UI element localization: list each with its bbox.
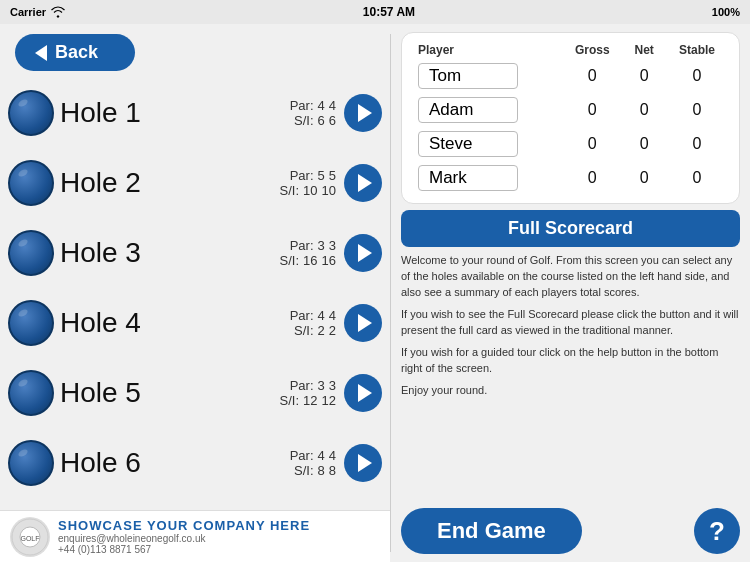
scorecard-table: Player Gross Net Stable Tom 0 0 0 Adam 0…: [412, 41, 729, 195]
status-left: Carrier: [10, 6, 66, 18]
stable-score: 0: [665, 93, 729, 127]
col-stable: Stable: [665, 41, 729, 59]
footer-logo: GOLF: [10, 517, 50, 557]
hole-info: Par: 4 4 S/I: 2 2: [256, 308, 336, 338]
play-arrow-icon: [358, 104, 372, 122]
stable-score: 0: [665, 59, 729, 93]
hole-row: Hole 2 Par: 5 5 S/I: 10 10: [8, 149, 382, 217]
par-label: Par:: [290, 448, 314, 463]
si-val1: 10: [303, 183, 317, 198]
end-game-button[interactable]: End Game: [401, 508, 582, 554]
golf-ball-icon: [8, 370, 54, 416]
back-button[interactable]: Back: [15, 34, 135, 71]
full-scorecard-button[interactable]: Full Scorecard: [401, 210, 740, 247]
si-val1: 8: [318, 463, 325, 478]
hole-info: Par: 4 4 S/I: 6 6: [256, 98, 336, 128]
si-val2: 16: [322, 253, 336, 268]
player-name: Tom: [418, 63, 518, 89]
stable-score: 0: [665, 161, 729, 195]
si-val2: 6: [329, 113, 336, 128]
player-name-cell: Mark: [412, 161, 561, 195]
status-time: 10:57 AM: [363, 5, 415, 19]
table-row: Mark 0 0 0: [412, 161, 729, 195]
si-val1: 12: [303, 393, 317, 408]
stable-score: 0: [665, 127, 729, 161]
si-val2: 12: [322, 393, 336, 408]
hole-name: Hole 1: [60, 97, 256, 129]
hole-info: Par: 3 3 S/I: 16 16: [256, 238, 336, 268]
par-label: Par:: [290, 378, 314, 393]
si-row: S/I: 10 10: [280, 183, 336, 198]
par-val1: 4: [318, 448, 325, 463]
gross-score: 0: [561, 93, 623, 127]
hole-play-button[interactable]: [344, 444, 382, 482]
hole-row: Hole 5 Par: 3 3 S/I: 12 12: [8, 359, 382, 427]
desc-p3: If you wish for a guided tour click on t…: [401, 345, 740, 377]
table-row: Steve 0 0 0: [412, 127, 729, 161]
golf-ball-icon: [8, 440, 54, 486]
footer-phone: +44 (0)113 8871 567: [58, 544, 310, 555]
help-button[interactable]: ?: [694, 508, 740, 554]
wifi-icon: [50, 6, 66, 18]
hole-play-button[interactable]: [344, 304, 382, 342]
table-row: Adam 0 0 0: [412, 93, 729, 127]
si-val2: 2: [329, 323, 336, 338]
hole-play-button[interactable]: [344, 164, 382, 202]
holes-list: Hole 1 Par: 4 4 S/I: 6 6 Hole 2: [0, 79, 390, 562]
hole-play-button[interactable]: [344, 234, 382, 272]
si-val2: 10: [322, 183, 336, 198]
golf-ball-icon: [8, 90, 54, 136]
scorecard-box: Player Gross Net Stable Tom 0 0 0 Adam 0…: [401, 32, 740, 204]
net-score: 0: [623, 59, 665, 93]
par-row: Par: 4 4: [290, 308, 336, 323]
si-label: S/I:: [294, 323, 314, 338]
hole-info: Par: 5 5 S/I: 10 10: [256, 168, 336, 198]
hole-row: Hole 3 Par: 3 3 S/I: 16 16: [8, 219, 382, 287]
play-arrow-icon: [358, 314, 372, 332]
par-val1: 4: [318, 98, 325, 113]
hole-play-button[interactable]: [344, 374, 382, 412]
par-row: Par: 4 4: [290, 98, 336, 113]
player-name: Mark: [418, 165, 518, 191]
par-row: Par: 5 5: [290, 168, 336, 183]
left-panel: Back Hole 1 Par: 4 4 S/I: 6 6: [0, 24, 390, 562]
par-label: Par:: [290, 98, 314, 113]
par-val2: 3: [329, 238, 336, 253]
net-score: 0: [623, 93, 665, 127]
hole-row: Hole 6 Par: 4 4 S/I: 8 8: [8, 429, 382, 497]
table-row: Tom 0 0 0: [412, 59, 729, 93]
player-name-cell: Adam: [412, 93, 561, 127]
par-label: Par:: [290, 308, 314, 323]
si-label: S/I:: [280, 393, 300, 408]
si-val1: 16: [303, 253, 317, 268]
play-arrow-icon: [358, 454, 372, 472]
net-score: 0: [623, 161, 665, 195]
battery-label: 100%: [712, 6, 740, 18]
col-gross: Gross: [561, 41, 623, 59]
col-net: Net: [623, 41, 665, 59]
net-score: 0: [623, 127, 665, 161]
par-val2: 4: [329, 98, 336, 113]
footer-title: SHOWCASE YOUR COMPANY HERE: [58, 518, 310, 533]
player-name: Steve: [418, 131, 518, 157]
si-row: S/I: 12 12: [280, 393, 336, 408]
si-val1: 2: [318, 323, 325, 338]
si-row: S/I: 16 16: [280, 253, 336, 268]
si-row: S/I: 8 8: [294, 463, 336, 478]
golf-ball-icon: [8, 230, 54, 276]
golf-ball-icon: [8, 160, 54, 206]
desc-p2: If you wish to see the Full Scorecard pl…: [401, 307, 740, 339]
par-val1: 5: [318, 168, 325, 183]
par-label: Par:: [290, 168, 314, 183]
right-panel: Player Gross Net Stable Tom 0 0 0 Adam 0…: [391, 24, 750, 562]
par-val2: 5: [329, 168, 336, 183]
gross-score: 0: [561, 127, 623, 161]
status-bar: Carrier 10:57 AM 100%: [0, 0, 750, 24]
si-row: S/I: 6 6: [294, 113, 336, 128]
par-val2: 4: [329, 308, 336, 323]
footer-logo-icon: GOLF: [11, 518, 49, 556]
si-label: S/I:: [280, 183, 300, 198]
hole-play-button[interactable]: [344, 94, 382, 132]
par-row: Par: 3 3: [290, 238, 336, 253]
back-arrow-icon: [35, 45, 47, 61]
